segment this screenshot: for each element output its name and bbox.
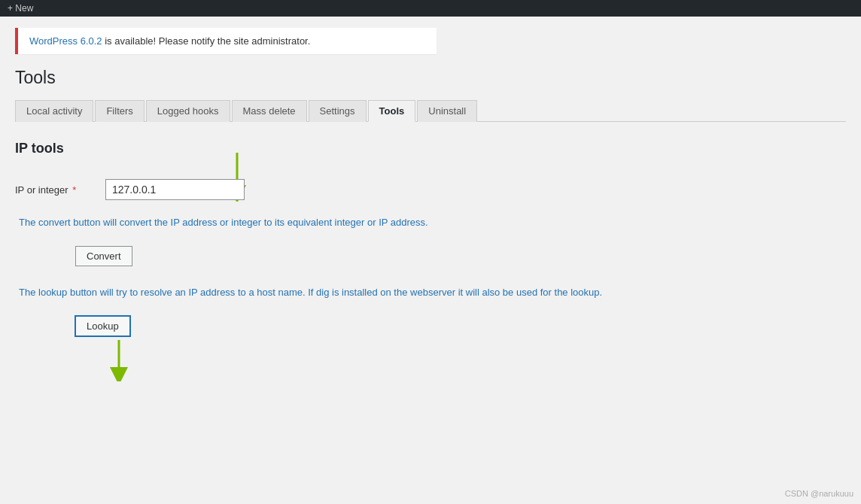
notice-message: is available! Please notify the site adm… [102, 35, 311, 47]
convert-description: The convert button will convert the IP a… [19, 215, 846, 231]
tab-settings[interactable]: Settings [309, 100, 367, 122]
wordpress-version-link[interactable]: WordPress 6.0.2 [29, 35, 102, 47]
tab-navigation: Local activity Filters Logged hooks Mass… [15, 100, 846, 122]
ip-tools-section: IP tools IP or integer * [15, 137, 846, 351]
ip-field-row: IP or integer * [15, 179, 846, 200]
tab-uninstall[interactable]: Uninstall [417, 100, 477, 122]
ip-integer-input[interactable] [105, 179, 245, 200]
page-title: Tools [15, 68, 846, 88]
tab-tools[interactable]: Tools [368, 100, 416, 122]
convert-button[interactable]: Convert [75, 246, 132, 266]
notice-text: WordPress 6.0.2 is available! Please not… [29, 35, 425, 47]
update-notice: WordPress 6.0.2 is available! Please not… [15, 28, 437, 54]
watermark: CSDN @narukuuu [785, 489, 853, 498]
lookup-button-row: Lookup [75, 316, 130, 336]
lookup-button[interactable]: Lookup [75, 316, 130, 336]
tab-logged-hooks[interactable]: Logged hooks [146, 100, 230, 122]
tab-mass-delete[interactable]: Mass delete [232, 100, 307, 122]
ip-tools-heading: IP tools [15, 141, 846, 156]
lookup-arrow-svg [96, 340, 141, 381]
wp-admin-layout: WordPress 6.0.2 is available! Please not… [0, 17, 861, 504]
content-area: WordPress 6.0.2 is available! Please not… [0, 17, 861, 504]
admin-bar: + New [0, 0, 861, 17]
convert-button-row: Convert [15, 246, 846, 266]
lookup-description: The lookup button will try to resolve an… [19, 285, 846, 301]
ip-field-label: IP or integer * [15, 184, 105, 196]
tab-filters[interactable]: Filters [95, 100, 144, 122]
new-button[interactable]: + New [8, 3, 33, 14]
tab-local-activity[interactable]: Local activity [15, 100, 93, 122]
